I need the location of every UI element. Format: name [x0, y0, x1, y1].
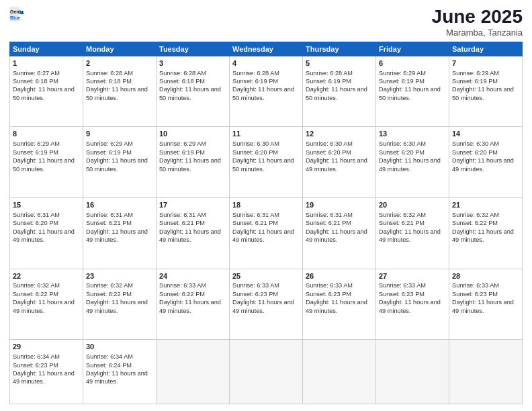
day-number: 5: [306, 58, 373, 68]
day-number: 2: [86, 58, 153, 68]
day-info: Sunrise: 6:29 AMSunset: 6:19 PMDaylight:…: [86, 140, 148, 172]
location: Maramba, Tanzania: [432, 28, 523, 38]
calendar-cell: 4Sunrise: 6:28 AMSunset: 6:19 PMDaylight…: [230, 56, 303, 127]
calendar-cell: 6Sunrise: 6:29 AMSunset: 6:19 PMDaylight…: [376, 56, 449, 127]
day-number: 7: [452, 58, 519, 68]
day-number: 6: [379, 58, 446, 68]
day-number: 27: [379, 271, 446, 281]
header: General Blue June 2025 Maramba, Tanzania: [9, 7, 523, 38]
calendar-cell: 22Sunrise: 6:32 AMSunset: 6:22 PMDayligh…: [10, 269, 83, 340]
col-thursday: Thursday: [303, 42, 376, 56]
day-number: 12: [306, 129, 373, 139]
day-info: Sunrise: 6:32 AMSunset: 6:22 PMDaylight:…: [452, 212, 514, 243]
day-number: 18: [232, 200, 300, 210]
day-number: 13: [379, 129, 446, 139]
calendar-cell: 2Sunrise: 6:28 AMSunset: 6:18 PMDaylight…: [83, 56, 157, 127]
day-number: 28: [452, 271, 519, 281]
day-info: Sunrise: 6:28 AMSunset: 6:18 PMDaylight:…: [86, 70, 148, 101]
week-row-5: 29Sunrise: 6:34 AMSunset: 6:23 PMDayligh…: [10, 340, 523, 404]
calendar-cell: 24Sunrise: 6:33 AMSunset: 6:22 PMDayligh…: [157, 269, 230, 340]
col-sunday: Sunday: [10, 42, 83, 56]
day-info: Sunrise: 6:31 AMSunset: 6:21 PMDaylight:…: [306, 212, 367, 243]
calendar-header-row: Sunday Monday Tuesday Wednesday Thursday…: [10, 42, 523, 56]
col-saturday: Saturday: [449, 42, 523, 56]
calendar-cell: [157, 340, 230, 404]
col-wednesday: Wednesday: [230, 42, 303, 56]
calendar-cell: 14Sunrise: 6:30 AMSunset: 6:20 PMDayligh…: [449, 127, 523, 198]
day-number: 21: [452, 200, 519, 210]
calendar-cell: 1Sunrise: 6:27 AMSunset: 6:18 PMDaylight…: [10, 56, 83, 127]
day-info: Sunrise: 6:29 AMSunset: 6:19 PMDaylight:…: [159, 140, 221, 172]
week-row-1: 1Sunrise: 6:27 AMSunset: 6:18 PMDaylight…: [10, 56, 523, 127]
calendar-cell: 9Sunrise: 6:29 AMSunset: 6:19 PMDaylight…: [83, 127, 157, 198]
day-number: 11: [232, 129, 300, 139]
calendar-cell: 13Sunrise: 6:30 AMSunset: 6:20 PMDayligh…: [376, 127, 449, 198]
calendar-cell: 15Sunrise: 6:31 AMSunset: 6:20 PMDayligh…: [10, 198, 83, 269]
week-row-2: 8Sunrise: 6:29 AMSunset: 6:19 PMDaylight…: [10, 127, 523, 198]
col-monday: Monday: [83, 42, 157, 56]
day-info: Sunrise: 6:29 AMSunset: 6:19 PMDaylight:…: [452, 70, 514, 101]
day-number: 14: [452, 129, 519, 139]
calendar-cell: 16Sunrise: 6:31 AMSunset: 6:21 PMDayligh…: [83, 198, 157, 269]
day-number: 23: [86, 271, 153, 281]
day-number: 10: [159, 129, 226, 139]
calendar-cell: 10Sunrise: 6:29 AMSunset: 6:19 PMDayligh…: [157, 127, 230, 198]
calendar-cell: 25Sunrise: 6:33 AMSunset: 6:23 PMDayligh…: [230, 269, 303, 340]
general-blue-logo-icon: General Blue: [9, 7, 24, 21]
day-number: 29: [13, 342, 80, 352]
day-info: Sunrise: 6:33 AMSunset: 6:23 PMDaylight:…: [452, 282, 514, 314]
calendar-cell: 26Sunrise: 6:33 AMSunset: 6:23 PMDayligh…: [303, 269, 376, 340]
day-number: 15: [13, 200, 80, 210]
day-info: Sunrise: 6:28 AMSunset: 6:18 PMDaylight:…: [159, 70, 221, 101]
day-info: Sunrise: 6:29 AMSunset: 6:19 PMDaylight:…: [13, 140, 75, 172]
day-info: Sunrise: 6:34 AMSunset: 6:24 PMDaylight:…: [86, 353, 148, 385]
day-info: Sunrise: 6:29 AMSunset: 6:19 PMDaylight:…: [379, 70, 441, 101]
calendar-cell: 12Sunrise: 6:30 AMSunset: 6:20 PMDayligh…: [303, 127, 376, 198]
day-info: Sunrise: 6:27 AMSunset: 6:18 PMDaylight:…: [13, 70, 75, 101]
calendar-cell: 5Sunrise: 6:28 AMSunset: 6:19 PMDaylight…: [303, 56, 376, 127]
day-info: Sunrise: 6:30 AMSunset: 6:20 PMDaylight:…: [232, 140, 294, 172]
day-number: 24: [159, 271, 226, 281]
week-row-4: 22Sunrise: 6:32 AMSunset: 6:22 PMDayligh…: [10, 269, 523, 340]
calendar-cell: 23Sunrise: 6:32 AMSunset: 6:22 PMDayligh…: [83, 269, 157, 340]
calendar-cell: 30Sunrise: 6:34 AMSunset: 6:24 PMDayligh…: [83, 340, 157, 404]
calendar-cell: 8Sunrise: 6:29 AMSunset: 6:19 PMDaylight…: [10, 127, 83, 198]
col-tuesday: Tuesday: [157, 42, 230, 56]
calendar-cell: 28Sunrise: 6:33 AMSunset: 6:23 PMDayligh…: [449, 269, 523, 340]
day-number: 22: [13, 271, 80, 281]
day-info: Sunrise: 6:33 AMSunset: 6:23 PMDaylight:…: [379, 282, 441, 314]
day-info: Sunrise: 6:30 AMSunset: 6:20 PMDaylight:…: [379, 140, 441, 172]
day-info: Sunrise: 6:28 AMSunset: 6:19 PMDaylight:…: [306, 70, 367, 101]
calendar-table: Sunday Monday Tuesday Wednesday Thursday…: [9, 42, 523, 404]
day-info: Sunrise: 6:33 AMSunset: 6:23 PMDaylight:…: [232, 282, 294, 314]
calendar-cell: 19Sunrise: 6:31 AMSunset: 6:21 PMDayligh…: [303, 198, 376, 269]
calendar-cell: [376, 340, 449, 404]
day-info: Sunrise: 6:33 AMSunset: 6:22 PMDaylight:…: [159, 282, 221, 314]
calendar-cell: 21Sunrise: 6:32 AMSunset: 6:22 PMDayligh…: [449, 198, 523, 269]
day-number: 1: [13, 58, 80, 68]
calendar-cell: [230, 340, 303, 404]
title-block: June 2025 Maramba, Tanzania: [432, 7, 523, 38]
day-info: Sunrise: 6:33 AMSunset: 6:23 PMDaylight:…: [306, 282, 367, 314]
day-number: 17: [159, 200, 226, 210]
page: General Blue June 2025 Maramba, Tanzania…: [0, 0, 532, 411]
month-title: June 2025: [432, 7, 523, 28]
day-info: Sunrise: 6:32 AMSunset: 6:22 PMDaylight:…: [86, 282, 148, 314]
day-info: Sunrise: 6:30 AMSunset: 6:20 PMDaylight:…: [452, 140, 514, 172]
day-number: 19: [306, 200, 373, 210]
calendar-cell: 29Sunrise: 6:34 AMSunset: 6:23 PMDayligh…: [10, 340, 83, 404]
calendar-cell: 27Sunrise: 6:33 AMSunset: 6:23 PMDayligh…: [376, 269, 449, 340]
calendar-cell: 7Sunrise: 6:29 AMSunset: 6:19 PMDaylight…: [449, 56, 523, 127]
day-info: Sunrise: 6:31 AMSunset: 6:20 PMDaylight:…: [13, 212, 75, 243]
day-number: 25: [232, 271, 300, 281]
day-number: 26: [306, 271, 373, 281]
calendar-cell: 11Sunrise: 6:30 AMSunset: 6:20 PMDayligh…: [230, 127, 303, 198]
day-info: Sunrise: 6:30 AMSunset: 6:20 PMDaylight:…: [306, 140, 367, 172]
day-number: 9: [86, 129, 153, 139]
calendar-cell: [303, 340, 376, 404]
svg-text:Blue: Blue: [10, 15, 20, 20]
day-number: 4: [232, 58, 300, 68]
day-number: 16: [86, 200, 153, 210]
calendar-cell: 18Sunrise: 6:31 AMSunset: 6:21 PMDayligh…: [230, 198, 303, 269]
calendar-cell: [449, 340, 523, 404]
